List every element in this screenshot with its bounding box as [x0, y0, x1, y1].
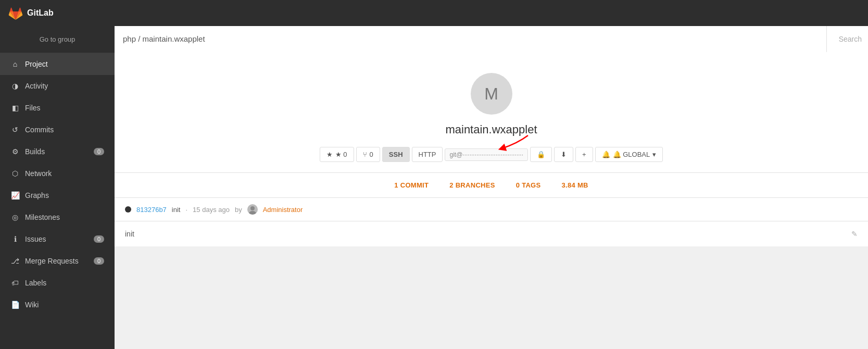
go-to-group-link[interactable]: Go to group [0, 26, 115, 53]
svg-point-1 [250, 206, 255, 210]
http-button[interactable]: HTTP [412, 147, 443, 162]
graphs-icon: 📈 [10, 191, 20, 200]
sidebar-item-commits[interactable]: ↺ Commits [0, 119, 115, 141]
sidebar: Go to group ⌂ Project ◑ Activity ◧ Files… [0, 26, 115, 349]
download-icon: ⬇ [561, 151, 567, 158]
git-url-text: git@··································· [449, 151, 523, 158]
star-count: ★ 0 [335, 151, 347, 158]
sidebar-item-label: Activity [25, 82, 48, 90]
main-content: php / maintain.wxapplet Search M maintai… [115, 26, 868, 349]
commit-hash[interactable]: 813276b7 [136, 206, 167, 214]
sidebar-item-label: Merge Requests [25, 257, 79, 265]
git-url-area: git@··································· [445, 148, 528, 161]
star-icon: ★ [326, 151, 333, 158]
sidebar-item-issues[interactable]: ℹ Issues 0 [0, 228, 115, 250]
commit-bar: 813276b7 init · 15 days ago by Administr… [115, 197, 868, 221]
chevron-down-icon: ▾ [652, 151, 656, 158]
download-button[interactable]: ⬇ [554, 147, 573, 162]
gitlab-label: GitLab [27, 8, 54, 18]
network-icon: ⬡ [10, 169, 20, 178]
commits-icon: ↺ [10, 125, 20, 134]
ssh-button[interactable]: SSH [382, 147, 410, 162]
sidebar-item-network[interactable]: ⬡ Network [0, 163, 115, 184]
sidebar-item-activity[interactable]: ◑ Activity [0, 75, 115, 97]
add-button[interactable]: + [575, 147, 593, 162]
global-label: 🔔 GLOBAL [613, 151, 650, 158]
sidebar-item-label: Files [25, 104, 41, 112]
milestones-icon: ◎ [10, 213, 20, 222]
lock-button[interactable]: 🔒 [530, 147, 552, 162]
commit-by: by [235, 206, 242, 214]
fork-count: 0 [370, 151, 373, 158]
sidebar-item-files[interactable]: ◧ Files [0, 97, 115, 119]
merge-badge: 0 [94, 257, 104, 265]
sidebar-item-milestones[interactable]: ◎ Milestones [0, 206, 115, 228]
avatar-letter: M [484, 84, 498, 104]
commit-status-dot [125, 206, 131, 213]
ssh-label: SSH [389, 151, 403, 158]
builds-badge: 0 [94, 148, 104, 155]
project-container: M maintain.wxapplet ★ ★ 0 ⑂ 0 SSH HTTP [115, 52, 868, 172]
search-button[interactable]: Search [826, 26, 868, 52]
global-button[interactable]: 🔔 🔔 GLOBAL ▾ [595, 147, 663, 162]
builds-icon: ⚙ [10, 147, 20, 156]
search-label: Search [839, 35, 862, 43]
sidebar-item-label: Labels [25, 279, 46, 287]
commit-message: init [172, 206, 181, 214]
fork-button[interactable]: ⑂ 0 [356, 147, 380, 162]
sidebar-item-label: Issues [25, 235, 46, 243]
bell-icon: 🔔 [602, 151, 610, 158]
issues-icon: ℹ [10, 234, 20, 244]
commit-time-ago: 15 days ago [193, 206, 230, 214]
star-button[interactable]: ★ ★ 0 [320, 147, 354, 162]
sidebar-item-labels[interactable]: 🏷 Labels [0, 272, 115, 294]
project-avatar: M [471, 73, 512, 115]
lock-icon: 🔒 [537, 151, 545, 158]
readme-section: init ✎ [115, 221, 868, 246]
git-url-field[interactable]: git@··································· [445, 148, 528, 161]
sidebar-item-label: Builds [25, 147, 45, 156]
sidebar-item-label: Graphs [25, 191, 49, 200]
readme-content: init [125, 230, 134, 238]
wiki-icon: 📄 [10, 300, 20, 309]
project-actions: ★ ★ 0 ⑂ 0 SSH HTTP git@·················… [320, 147, 663, 162]
author-avatar [247, 204, 258, 215]
size-stat: 3.84 MB [562, 181, 588, 189]
breadcrumb-text: php / maintain.wxapplet [123, 34, 205, 43]
activity-icon: ◑ [10, 81, 20, 91]
top-header: GitLab [0, 0, 868, 26]
sidebar-item-project[interactable]: ⌂ Project [0, 53, 115, 75]
fork-icon: ⑂ [363, 151, 367, 158]
gitlab-logo[interactable]: GitLab [8, 6, 54, 20]
files-icon: ◧ [10, 103, 20, 113]
commit-author[interactable]: Administrator [263, 206, 303, 214]
labels-icon: 🏷 [10, 278, 20, 288]
tags-stat[interactable]: 0 TAGS [516, 181, 541, 189]
sidebar-item-builds[interactable]: ⚙ Builds 0 [0, 141, 115, 163]
main-layout: Go to group ⌂ Project ◑ Activity ◧ Files… [0, 26, 868, 349]
plus-icon: + [582, 151, 586, 158]
gitlab-fox-icon [8, 6, 23, 20]
sidebar-item-merge-requests[interactable]: ⎇ Merge Requests 0 [0, 250, 115, 272]
sidebar-item-label: Project [25, 60, 48, 68]
commit-time: · [185, 206, 187, 214]
stats-row: 1 COMMIT 2 BRANCHES 0 TAGS 3.84 MB [115, 172, 868, 197]
edit-icon[interactable]: ✎ [851, 230, 858, 238]
project-name: maintain.wxapplet [445, 123, 537, 136]
branches-stat[interactable]: 2 BRANCHES [449, 181, 495, 189]
sidebar-item-label: Commits [25, 126, 54, 134]
http-label: HTTP [419, 151, 436, 158]
sidebar-item-label: Milestones [25, 213, 60, 221]
sidebar-item-graphs[interactable]: 📈 Graphs [0, 184, 115, 206]
commits-stat[interactable]: 1 COMMIT [394, 181, 429, 189]
sidebar-item-wiki[interactable]: 📄 Wiki [0, 294, 115, 316]
issues-badge: 0 [94, 235, 104, 243]
sidebar-item-label: Wiki [25, 301, 39, 309]
home-icon: ⌂ [10, 59, 20, 69]
breadcrumb: php / maintain.wxapplet [115, 26, 826, 52]
merge-icon: ⎇ [10, 256, 20, 266]
sidebar-item-label: Network [25, 169, 52, 178]
